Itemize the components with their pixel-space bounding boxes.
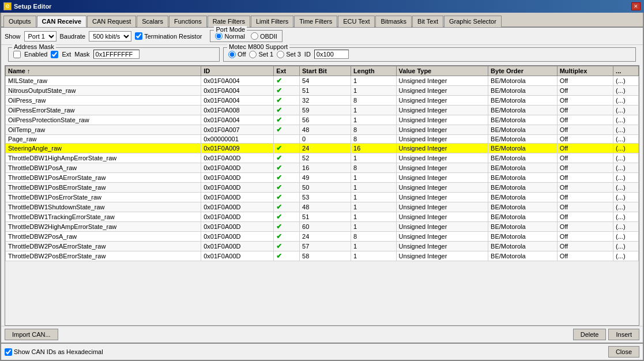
table-row[interactable]: Page_raw0x0000000108Unsigned IntegerBE/M… (6, 135, 639, 144)
tab-outputs[interactable]: Outputs (3, 16, 36, 27)
table-row[interactable]: ThrottleDBW1PosBErrorState_raw0x01F0A00D… (6, 183, 639, 193)
table-cell: OilPressErrorState_raw (6, 106, 201, 115)
termination-checkbox[interactable] (135, 32, 142, 40)
table-cell: ✔ (274, 232, 300, 242)
table-cell: Unsigned Integer (396, 173, 488, 183)
col-extra[interactable]: ... (613, 66, 639, 76)
col-ext[interactable]: Ext (274, 66, 300, 76)
close-window-button[interactable]: ✕ (631, 2, 641, 10)
table-cell: 1 (351, 153, 397, 163)
footer-bar: Show CAN IDs as Hexadecimal Close (1, 343, 643, 360)
table-row[interactable]: ThrottleDBW1PosA_raw0x01F0A00D✔168Unsign… (6, 163, 639, 173)
tab-bitmasks[interactable]: Bitmasks (375, 16, 412, 27)
table-row[interactable]: ThrottleDBW1TrackingErrorState_raw0x01F0… (6, 212, 639, 222)
table-cell: ✔ (274, 86, 300, 96)
table-cell: OilTemp_raw (6, 125, 201, 135)
col-length[interactable]: Length (351, 66, 397, 76)
tab-ecu-text[interactable]: ECU Text (338, 16, 375, 27)
port-select[interactable]: Port 1 (24, 31, 57, 42)
table-cell: Off (557, 163, 613, 173)
baudrate-select[interactable]: 500 kbit/s (89, 31, 131, 42)
off-radio[interactable] (228, 51, 236, 58)
tab-limit-filters[interactable]: Limit Filters (251, 16, 293, 27)
table-cell: ✔ (274, 125, 300, 135)
table-row[interactable]: SteeringAngle_raw0x01F0A009✔2416Unsigned… (6, 144, 639, 153)
table-cell: BE/Motorola (488, 173, 558, 183)
obdii-radio[interactable] (251, 32, 258, 40)
close-button[interactable]: Close (608, 346, 639, 358)
table-cell: BE/Motorola (488, 153, 558, 163)
table-cell: 0x01F0A004 (201, 115, 274, 125)
table-cell: BE/Motorola (488, 222, 558, 232)
tab-can-request[interactable]: CAN Request (87, 16, 136, 27)
table-cell: BE/Motorola (488, 212, 558, 222)
tab-graphic-selector[interactable]: Graphic Selector (444, 16, 502, 27)
table-cell: Unsigned Integer (396, 242, 488, 251)
table-cell: Off (557, 232, 613, 242)
table-row[interactable]: ThrottleDBW2PosAErrorState_raw0x01F0A00D… (6, 242, 639, 251)
table-cell: (...) (613, 222, 639, 232)
insert-button[interactable]: Insert (608, 329, 639, 340)
table-cell: ThrottleDBW1HighAmpErrorState_raw (6, 153, 201, 163)
ext-checkbox[interactable] (51, 51, 58, 58)
table-cell: Unsigned Integer (396, 86, 488, 96)
import-can-button[interactable]: Import CAN... (5, 329, 58, 340)
table-cell: 0x01F0A004 (201, 76, 274, 86)
table-row[interactable]: ThrottleDBW2PosBErrorState_raw0x01F0A00D… (6, 251, 639, 261)
col-id[interactable]: ID (201, 66, 274, 76)
table-row[interactable]: ThrottleDBW1PosErrorState_raw0x01F0A00D✔… (6, 193, 639, 202)
table-cell: Unsigned Integer (396, 96, 488, 106)
enabled-checkbox[interactable] (13, 51, 21, 58)
col-name[interactable]: Name ↑ (6, 66, 201, 76)
tab-scalars[interactable]: Scalars (137, 16, 168, 27)
table-row[interactable]: MILState_raw0x01F0A004✔541Unsigned Integ… (6, 76, 639, 86)
table-row[interactable]: ThrottleDBW1HighAmpErrorState_raw0x01F0A… (6, 153, 639, 163)
table-cell: BE/Motorola (488, 202, 558, 212)
show-hex-checkbox[interactable] (5, 348, 12, 356)
tab-time-filters[interactable]: Time Filters (294, 16, 337, 27)
id-input[interactable] (314, 50, 349, 59)
col-multiplex[interactable]: Multiplex (557, 66, 613, 76)
table-row[interactable]: OilPressErrorState_raw0x01F0A008✔591Unsi… (6, 106, 639, 115)
table-cell: 0x01F0A00D (201, 193, 274, 202)
table-cell: (...) (613, 153, 639, 163)
table-cell: 0x01F0A00D (201, 153, 274, 163)
table-body: MILState_raw0x01F0A004✔541Unsigned Integ… (6, 76, 639, 261)
mask-label: Mask (74, 51, 89, 58)
table-row[interactable]: ThrottleDBW2HighAmpErrorState_raw0x01F0A… (6, 222, 639, 232)
table-cell: ✔ (274, 163, 300, 173)
table-cell: Off (557, 222, 613, 232)
table-cell: Unsigned Integer (396, 202, 488, 212)
tab-rate-filters[interactable]: Rate Filters (208, 16, 250, 27)
tab-functions[interactable]: Functions (169, 16, 207, 27)
normal-radio[interactable] (215, 32, 223, 40)
table-row[interactable]: ThrottleDBW2PosA_raw0x01F0A00D✔248Unsign… (6, 232, 639, 242)
table-row[interactable]: ThrottleDBW1PosAErrorState_raw0x01F0A00D… (6, 173, 639, 183)
delete-button[interactable]: Delete (573, 329, 607, 340)
set3-label: Set 3 (286, 51, 301, 58)
table-cell: 1 (351, 183, 397, 193)
table-cell: SteeringAngle_raw (6, 144, 201, 153)
table-cell: ✔ (274, 251, 300, 261)
table-row[interactable]: ThrottleDBW1ShutdownState_raw0x01F0A00D✔… (6, 202, 639, 212)
table-cell: Off (557, 242, 613, 251)
table-cell: Off (557, 135, 613, 144)
table-cell: Unsigned Integer (396, 251, 488, 261)
table-cell: Unsigned Integer (396, 115, 488, 125)
table-row[interactable]: OilPress_raw0x01F0A004✔328Unsigned Integ… (6, 96, 639, 106)
tab-can-receive[interactable]: CAN Receive (37, 16, 86, 27)
tab-bit-text[interactable]: Bit Text (412, 16, 443, 27)
table-cell: 1 (351, 222, 397, 232)
mask-input[interactable] (93, 50, 140, 59)
table-cell: 0x00000001 (201, 135, 274, 144)
col-byte-order[interactable]: Byte Order (488, 66, 558, 76)
set1-radio[interactable] (249, 51, 257, 58)
table-row[interactable]: OilTemp_raw0x01F0A007✔488Unsigned Intege… (6, 125, 639, 135)
col-start-bit[interactable]: Start Bit (300, 66, 351, 76)
table-cell: Unsigned Integer (396, 222, 488, 232)
table-row[interactable]: OilPressProtectionState_raw0x01F0A004✔56… (6, 115, 639, 125)
col-value-type[interactable]: Value Type (396, 66, 488, 76)
set3-radio[interactable] (277, 51, 284, 58)
table-row[interactable]: NitrousOutputState_raw0x01F0A004✔511Unsi… (6, 86, 639, 96)
table-cell: ThrottleDBW2PosAErrorState_raw (6, 242, 201, 251)
